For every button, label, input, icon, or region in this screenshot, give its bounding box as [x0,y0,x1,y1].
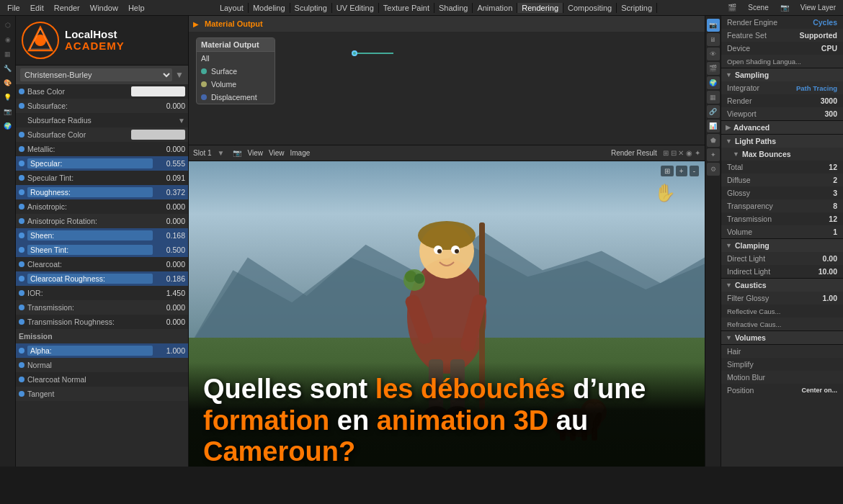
prop-clearcoat[interactable]: Clearcoat: 0.000 [16,257,188,271]
render-slot-arrow[interactable]: ▼ [218,149,225,157]
rpanel-transparency-value[interactable]: 8 [833,202,837,210]
tab-sculpting[interactable]: Sculpting [290,3,332,13]
render-zoom-fit[interactable]: ⊞ [661,166,674,176]
left-icon-2[interactable]: ◉ [1,33,14,46]
side-icon-output[interactable]: 🖥 [707,33,720,46]
left-icon-4[interactable]: 🔧 [1,62,14,75]
rpanel-integrator-value[interactable]: Path Tracing [796,84,837,92]
rpanel-advanced-header[interactable]: ▶ Advanced [721,121,843,134]
rpanel-total-label: Total [727,163,743,171]
rpanel-feature-set-value[interactable]: Supported [800,31,838,40]
render-zoom-out[interactable]: - [690,166,699,176]
prop-ior[interactable]: IOR: 1.450 [16,286,188,300]
prop-trans-roughness[interactable]: Transmission Roughness: 0.000 [16,315,188,329]
tab-layout[interactable]: Layout [215,3,249,13]
prop-specular-tint[interactable]: Specular Tint: 0.091 [16,171,188,185]
properties-scroll[interactable]: Base Color Subsurface: 0.000 Subsurface … [16,84,188,467]
prop-tangent[interactable]: Tangent [16,387,188,401]
node-item-volume[interactable]: Volume [197,78,275,91]
left-icon-5[interactable]: 🎨 [1,76,14,89]
menu-file[interactable]: File [3,3,24,13]
prop-anisotropic[interactable]: Anisotropic: 0.000 [16,199,188,214]
prop-clearcoat-normal[interactable]: Clearcoat Normal [16,372,188,387]
prop-aniso-rotation[interactable]: Anisotropic Rotation: 0.000 [16,214,188,228]
prop-label-specular: Specular: [27,158,153,168]
prop-label-spec-tint: Specular Tint: [27,174,153,182]
rpanel-transmission-value[interactable]: 12 [829,215,837,223]
side-icon-view[interactable]: 👁 [707,48,720,60]
caption-overlay: Quelles sont les débouchés d’une formati… [189,362,705,467]
tab-animation[interactable]: Animation [473,3,517,13]
menu-help[interactable]: Help [124,3,149,13]
left-icon-8[interactable]: 🌍 [1,120,14,132]
rpanel-viewport-value[interactable]: 300 [824,109,837,118]
prop-alpha[interactable]: Alpha: 1.000 [16,343,188,358]
left-icon-7[interactable]: 📷 [1,105,14,118]
left-icon-1[interactable]: ⬡ [1,19,14,32]
tab-texture-paint[interactable]: Texture Paint [379,3,434,13]
rpanel-diffuse-value[interactable]: 2 [833,176,837,184]
prop-sheen-tint[interactable]: Sheen Tint: 0.500 [16,243,188,257]
side-icon-render[interactable]: 📷 [707,19,720,32]
left-icon-3[interactable]: ▦ [1,48,14,60]
prop-dot-sub-radius [19,117,24,123]
rpanel-render-value[interactable]: 3000 [821,96,837,105]
tab-scripting[interactable]: Scripting [617,3,657,13]
node-item-all[interactable]: All [197,52,275,65]
caption-orange-1: les débouchés [375,374,566,404]
prop-metallic[interactable]: Metallic: 0.000 [16,142,188,156]
rpanel-maxbounces-header[interactable]: ▼ Max Bounces [721,148,843,161]
rpanel-volumes-header[interactable]: ▼ Volumes [721,331,843,344]
rpanel-filter-value[interactable]: 1.00 [823,294,837,302]
sub-color-swatch[interactable] [131,130,185,140]
tab-compositing[interactable]: Compositing [563,3,617,13]
rpanel-sampling-header[interactable]: ▼ Sampling [721,68,843,81]
rpanel-render-engine-value[interactable]: Cycles [813,18,837,27]
prop-base-color[interactable]: Base Color [16,84,188,99]
side-icon-world[interactable]: 🌍 [707,76,720,89]
prop-subsurface-radius[interactable]: Subsurface Radius ▼ [16,113,188,127]
prop-normal[interactable]: Normal [16,358,188,372]
menu-edit[interactable]: Edit [26,3,48,13]
prop-roughness[interactable]: Roughness: 0.372 [16,185,188,199]
rpanel-clamping-header[interactable]: ▼ Clamping [721,239,843,252]
node-item-surface[interactable]: Surface [197,65,275,78]
side-icon-material[interactable]: ⬟ [707,134,720,147]
left-icon-bar: ⬡ ◉ ▦ 🔧 🎨 💡 📷 🌍 [0,16,16,467]
node-label-displacement: Displacement [211,93,257,102]
rpanel-indirect-value[interactable]: 10.00 [819,267,837,276]
rpanel-total-value[interactable]: 12 [829,163,837,171]
base-color-swatch[interactable] [131,86,185,96]
side-icon-object[interactable]: ▦ [707,91,720,104]
left-icon-6[interactable]: 💡 [1,91,14,104]
menu-window[interactable]: Window [86,3,122,13]
rpanel-volume-value[interactable]: 1 [833,228,837,236]
prop-subsurface[interactable]: Subsurface: 0.000 [16,99,188,113]
rpanel-direct-value[interactable]: 0.00 [823,254,837,263]
side-icon-scene[interactable]: 🎬 [707,62,720,75]
rpanel-device-value[interactable]: CPU [821,44,837,53]
rpanel-lightpaths-header[interactable]: ▼ Light Paths [721,135,843,148]
node-item-displacement[interactable]: Displacement [197,91,275,104]
render-zoom-in[interactable]: + [676,166,687,176]
tab-rendering[interactable]: Rendering [517,3,563,13]
prop-transmission[interactable]: Transmission: 0.000 [16,300,188,315]
prop-specular[interactable]: Specular: 0.555 [16,156,188,171]
side-icon-particle[interactable]: ✦ [707,148,720,161]
sub-radius-arrow[interactable]: ▼ [178,117,185,125]
rpanel-glossy-value[interactable]: 3 [833,189,837,197]
tab-modeling[interactable]: Modeling [249,3,290,13]
prop-subsurface-color[interactable]: Subsurface Color [16,127,188,142]
shader-select[interactable]: Christensen-Burley [20,68,172,81]
side-icon-constraint[interactable]: 🔗 [707,105,720,118]
rpanel-caustics-header[interactable]: ▼ Caustics [721,279,843,292]
menu-render[interactable]: Render [50,3,84,13]
side-icon-data[interactable]: 📊 [707,120,720,132]
tab-uv-editing[interactable]: UV Editing [332,3,379,13]
prop-sheen[interactable]: Sheen: 0.168 [16,228,188,243]
prop-clearcoat-roughness[interactable]: Clearcoat Roughness: 0.186 [16,271,188,286]
material-dropdown-arrow[interactable]: ▼ [175,70,184,80]
prop-label-sheen: Sheen: [27,230,153,240]
side-icon-physics[interactable]: ⚙ [707,163,720,176]
tab-shading[interactable]: Shading [434,3,473,13]
